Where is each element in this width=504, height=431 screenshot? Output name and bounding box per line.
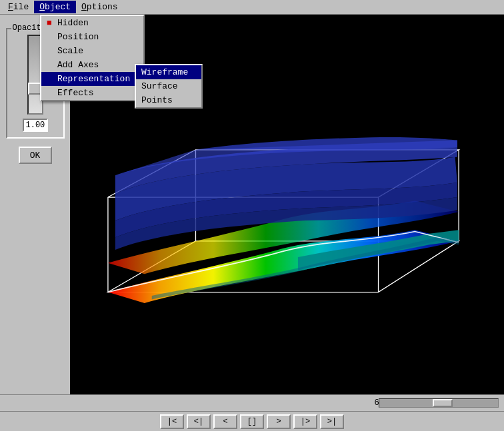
surface-item[interactable]: Surface bbox=[136, 79, 201, 93]
nav-bracket[interactable]: [] bbox=[240, 414, 264, 429]
scrollbar-area: 64 bbox=[0, 394, 504, 411]
scale-item[interactable]: Scale bbox=[41, 44, 143, 58]
scrollbar-thumb[interactable] bbox=[433, 399, 453, 407]
opacity-value-box: 1.00 bbox=[23, 119, 48, 132]
surface-label: Surface bbox=[141, 81, 178, 91]
representation-label: Representation bbox=[57, 74, 130, 84]
points-item[interactable]: Points bbox=[136, 93, 201, 107]
hidden-check: ■ bbox=[47, 18, 57, 28]
position-label: Position bbox=[57, 32, 99, 42]
points-label: Points bbox=[141, 95, 173, 105]
add-axes-item[interactable]: Add Axes bbox=[41, 58, 143, 72]
nav-last[interactable]: >| bbox=[320, 414, 344, 429]
position-item[interactable]: Position bbox=[41, 30, 143, 44]
object-menu[interactable]: Object bbox=[34, 1, 76, 13]
nav-bar: |< <| < [] > |> >| bbox=[0, 411, 504, 431]
effects-label: Effects bbox=[57, 88, 94, 98]
nav-next-big[interactable]: |> bbox=[293, 414, 317, 429]
nav-next[interactable]: > bbox=[267, 414, 291, 429]
wireframe-label: Wireframe bbox=[141, 67, 188, 77]
opacity-label: Opacit bbox=[11, 23, 43, 33]
options-menu[interactable]: Options bbox=[76, 1, 123, 13]
nav-first[interactable]: |< bbox=[160, 414, 184, 429]
file-menu[interactable]: File bbox=[3, 1, 34, 13]
scale-label: Scale bbox=[57, 46, 83, 56]
menubar: File Object Options ■ Hidden Position Sc… bbox=[0, 0, 504, 15]
wireframe-item[interactable]: Wireframe bbox=[136, 65, 201, 79]
hidden-label: Hidden bbox=[57, 18, 89, 28]
hidden-item[interactable]: ■ Hidden bbox=[41, 16, 143, 30]
scrollbar-track[interactable] bbox=[379, 398, 499, 408]
nav-prev[interactable]: < bbox=[213, 414, 237, 429]
representation-item[interactable]: Representation ▶ bbox=[41, 72, 143, 86]
ok-button[interactable]: OK bbox=[19, 147, 52, 164]
opacity-value-row: 1.00 bbox=[11, 119, 59, 132]
object-dropdown: ■ Hidden Position Scale Add Axes Represe… bbox=[40, 15, 145, 101]
nav-prev-big[interactable]: <| bbox=[187, 414, 211, 429]
add-axes-label: Add Axes bbox=[57, 60, 99, 70]
representation-submenu: Wireframe Surface Points bbox=[135, 64, 203, 109]
effects-item[interactable]: Effects bbox=[41, 86, 143, 100]
